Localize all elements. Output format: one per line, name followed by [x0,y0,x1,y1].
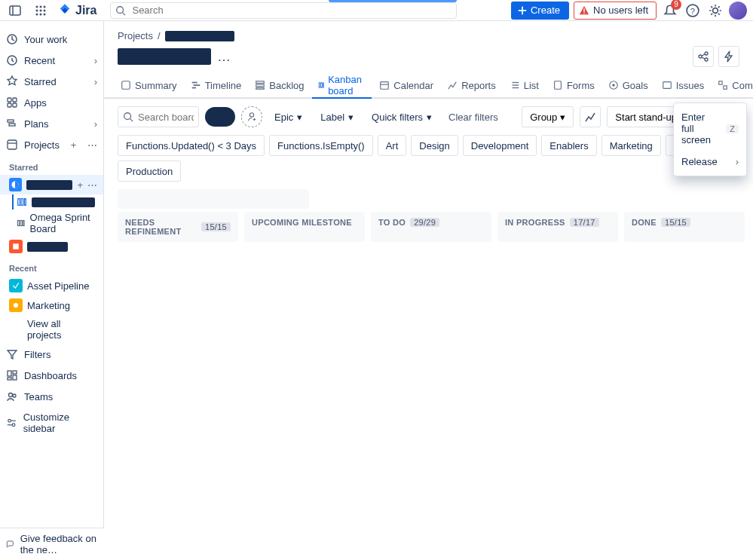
create-button[interactable]: Create [511,2,569,20]
chip-enablers[interactable]: Enablers [541,135,596,156]
tab-components[interactable]: Components [712,73,753,97]
search-input[interactable] [110,2,457,19]
no-users-left-button[interactable]: No users left [574,2,657,20]
sidebar-item-teams[interactable]: Teams [0,386,103,407]
sidebar-label: Filters [24,349,51,360]
svg-point-38 [14,303,18,308]
sidebar-item-plans[interactable]: Plans › [0,113,103,134]
svg-point-44 [13,394,16,397]
tabs: Summary Timeline Backlog Kanban board Ca… [104,73,753,99]
sidebar-item-your-work[interactable]: Your work [0,29,103,50]
chip-development[interactable]: Development [463,135,537,156]
assignee-avatars[interactable] [205,107,235,127]
tab-label: Components [732,80,753,91]
chevron-right-icon: › [94,55,97,66]
tab-backlog[interactable]: Backlog [249,73,310,97]
plus-icon[interactable]: + [71,139,77,151]
svg-rect-26 [8,120,14,122]
svg-point-49 [699,55,702,58]
svg-point-4 [44,5,46,8]
chevron-right-icon: › [94,76,97,87]
chip-isempty[interactable]: Functions.IsEmpty() [269,135,373,156]
recent-marketing[interactable]: Marketing [0,295,103,315]
sidebar: Your work Recent › Starred › Apps Plans … [0,21,104,560]
menu-enter-fullscreen[interactable]: Enter full screen Z [674,106,746,151]
starred-board-omega[interactable]: Omega Sprint Board [0,210,103,237]
sidebar-item-filters[interactable]: Filters [0,344,103,365]
sidebar-item-projects[interactable]: Projects + ⋯ [0,134,103,155]
col-count: 15/15 [661,218,690,227]
search-icon [115,5,126,16]
svg-rect-59 [256,84,265,87]
col-title: UPCOMING MILESTONE [252,218,352,227]
more-icon[interactable]: ⋯ [87,139,97,151]
menu-release[interactable]: Release › [674,151,746,173]
collapse-sidebar-icon[interactable] [6,2,24,20]
tab-issues[interactable]: Issues [656,73,711,97]
sidebar-item-recent[interactable]: Recent › [0,50,103,71]
clear-filters[interactable]: Clear filters [444,112,503,123]
svg-point-2 [36,5,38,8]
give-feedback[interactable]: Give feedback on the ne… [0,528,104,560]
chip-art[interactable]: Art [378,135,407,156]
sidebar-item-customize[interactable]: Customize sidebar [0,407,103,439]
svg-rect-54 [122,81,130,90]
tab-label: Issues [676,80,705,91]
tab-goals[interactable]: Goals [602,73,654,97]
label-filter[interactable]: Label▾ [314,106,360,127]
group-button[interactable]: Group▾ [522,106,574,127]
app-switcher-icon[interactable] [32,2,50,20]
sidebar-label: Your work [24,34,67,45]
more-icon[interactable]: ⋯ [87,179,97,191]
logo[interactable]: Jira [57,3,96,18]
quick-filters[interactable]: Quick filters▾ [366,106,438,127]
svg-point-9 [40,13,42,15]
swimlane-header[interactable] [118,189,309,209]
crumb-projects[interactable]: Projects [118,30,153,41]
chip-updated[interactable]: Functions.Updated() < 3 Days [118,135,265,156]
sidebar-item-starred[interactable]: Starred › [0,71,103,92]
starred-project-2[interactable] [0,237,103,256]
starred-board-redacted[interactable] [0,194,103,210]
svg-rect-61 [319,83,320,87]
tab-kanban-board[interactable]: Kanban board [312,73,372,97]
user-avatar[interactable] [729,2,747,20]
svg-rect-31 [18,199,20,206]
tab-summary[interactable]: Summary [115,73,183,97]
notifications-icon[interactable]: 9 [661,2,679,20]
tab-reports[interactable]: Reports [441,73,502,97]
tab-forms[interactable]: Forms [546,73,601,97]
svg-line-12 [123,12,126,15]
chip-production[interactable]: Production [118,161,181,182]
starred-project-1[interactable]: + ⋯ [0,175,103,194]
automation-button[interactable] [718,46,739,67]
chevron-right-icon: › [736,156,739,167]
help-icon[interactable]: ? [684,2,702,20]
epic-filter[interactable]: Epic▾ [268,106,308,127]
col-title: DONE [632,218,657,227]
sidebar-item-apps[interactable]: Apps [0,92,103,113]
insights-button[interactable] [580,106,601,127]
tab-label: Kanban board [328,74,366,96]
svg-rect-60 [256,88,265,90]
global-search[interactable] [110,2,457,19]
svg-rect-69 [555,81,562,90]
settings-icon[interactable] [706,2,724,20]
svg-rect-73 [719,81,722,84]
chip-design[interactable]: Design [411,135,458,156]
add-people-button[interactable] [241,106,262,127]
svg-rect-64 [381,82,389,90]
tab-calendar[interactable]: Calendar [373,73,439,97]
recent-asset-pipeline[interactable]: Asset Pipeline [0,276,103,295]
tab-label: Goals [623,80,648,91]
sidebar-item-dashboards[interactable]: Dashboards [0,365,103,386]
crumb-sep: / [158,30,161,41]
share-button[interactable] [693,46,714,67]
sidebar-label: Recent [24,55,55,66]
plus-icon[interactable]: + [77,179,83,191]
tab-list[interactable]: List [504,73,545,97]
svg-rect-16 [583,12,584,13]
view-all-projects[interactable]: View all projects [0,315,103,344]
tab-timeline[interactable]: Timeline [185,73,248,97]
chip-marketing[interactable]: Marketing [601,135,661,156]
